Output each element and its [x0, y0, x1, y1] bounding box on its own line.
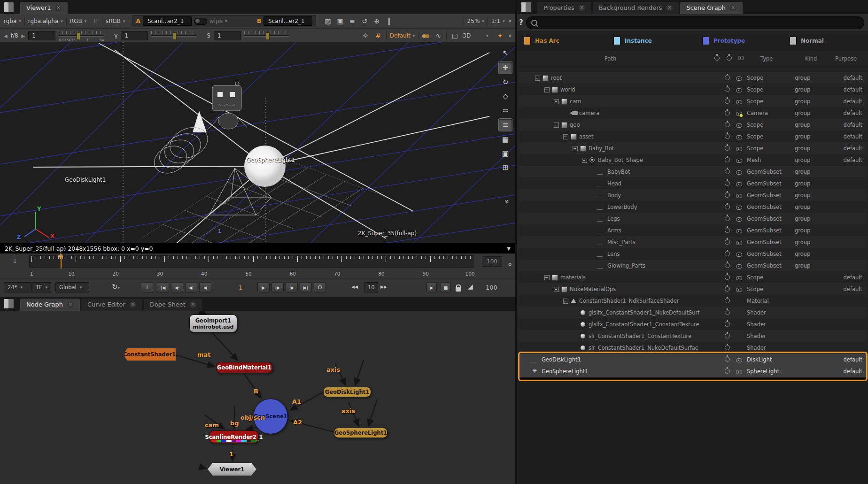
- current-frame-value[interactable]: 1: [239, 284, 242, 291]
- next-keyframe-button[interactable]: ·▶: [286, 282, 298, 292]
- node-graph-canvas[interactable]: GeoImport1minirobot.usdConstantShader1Ge…: [0, 311, 515, 484]
- animation-stopwatch-icon[interactable]: [725, 322, 730, 328]
- status-menu-icon[interactable]: ▼: [507, 246, 511, 251]
- animation-stopwatch-icon[interactable]: [725, 333, 730, 340]
- step-forward-button[interactable]: |▶: [271, 282, 284, 292]
- scale-tool-icon[interactable]: ◇: [499, 90, 512, 102]
- visibility-eye-icon[interactable]: [736, 111, 742, 117]
- expander-icon[interactable]: [573, 146, 578, 151]
- visibility-eye-icon[interactable]: [736, 216, 742, 223]
- goto-start-button[interactable]: |◀: [157, 282, 169, 292]
- column-kind[interactable]: Kind: [805, 55, 817, 62]
- animation-stopwatch-icon[interactable]: [725, 204, 730, 211]
- frame-increment-input[interactable]: 10: [364, 282, 378, 292]
- timeline-ruler[interactable]: 1 1102030405060708090100: [29, 255, 474, 268]
- saturation-input[interactable]: 1: [214, 31, 241, 40]
- table-row-Legs[interactable]: LegsGeomSubsetgroup: [518, 213, 867, 224]
- graph-node-geoimport[interactable]: GeoImport1minirobot.usd: [189, 315, 237, 332]
- visibility-eye-icon[interactable]: [736, 123, 742, 129]
- visibility-eye-icon[interactable]: [736, 181, 742, 188]
- animation-stopwatch-icon[interactable]: [725, 239, 730, 246]
- zoom-level-dropdown[interactable]: 25%▾: [467, 18, 484, 24]
- channel-display-dropdown[interactable]: RGB▾: [70, 18, 86, 24]
- table-row-GeoSphereLight1[interactable]: ✳GeoSphereLight1SphereLightdefault: [518, 365, 867, 377]
- marquee-select-icon[interactable]: ▢: [450, 31, 459, 41]
- timeline-chevron-icon[interactable]: »: [506, 262, 515, 267]
- table-row-ConstantShader1_NdkSurfaceShader[interactable]: ConstantShader1_NdkSurfaceShaderMaterial: [518, 295, 867, 307]
- table-row-NukeMaterialOps[interactable]: NukeMaterialOpsScopedefault: [518, 283, 867, 295]
- close-icon[interactable]: ×: [130, 301, 136, 308]
- search-input[interactable]: [526, 16, 864, 29]
- visibility-eye-icon[interactable]: [736, 158, 742, 164]
- table-row-cam[interactable]: camScopegroupdefault: [518, 95, 867, 107]
- translate-tool-icon[interactable]: ✚: [498, 61, 512, 74]
- lock-range-icon[interactable]: [456, 287, 461, 292]
- table-row-geo[interactable]: geoScopegroupdefault: [518, 119, 867, 131]
- table-row-materials[interactable]: materialsScopedefault: [518, 271, 867, 283]
- wipe-mode-dropdown[interactable]: wipe▾: [209, 18, 255, 24]
- alpha-layer-dropdown[interactable]: rgba.alpha▾: [28, 18, 63, 24]
- animation-stopwatch-icon[interactable]: [725, 87, 730, 93]
- expander-icon[interactable]: [563, 134, 568, 139]
- scene-lighting-icon[interactable]: ☼: [361, 31, 370, 41]
- visibility-eye-icon[interactable]: [736, 146, 742, 153]
- expander-icon[interactable]: [563, 299, 568, 304]
- table-row-Baby_Bot[interactable]: Baby_BotScopegroupdefault: [518, 142, 867, 154]
- select-cursor-icon[interactable]: ↖: [499, 47, 512, 59]
- interaction-mode-dropdown[interactable]: Default▾: [390, 32, 415, 39]
- rotate-tool-icon[interactable]: ↻: [499, 76, 512, 88]
- loop-mode-icon[interactable]: ↻▾: [112, 283, 120, 291]
- tab-node-graph[interactable]: Node Graph ×: [20, 299, 80, 311]
- range-end-box[interactable]: 100: [482, 256, 502, 267]
- animation-stopwatch-icon[interactable]: [725, 275, 730, 281]
- pixel-aspect-dropdown[interactable]: 1:1▾: [491, 18, 505, 24]
- animation-stopwatch-icon[interactable]: [725, 134, 730, 140]
- visibility-eye-icon[interactable]: [736, 169, 742, 176]
- table-row-camera[interactable]: cameraCameragroupdefault: [518, 107, 867, 119]
- wipe-overlay-icon[interactable]: ▣: [335, 16, 345, 26]
- column-purpose[interactable]: Purpose: [835, 55, 857, 62]
- grid-toggle-icon[interactable]: #: [373, 31, 383, 41]
- header-eye-icon[interactable]: [738, 56, 744, 60]
- scanline-stack-icon[interactable]: ≡: [348, 16, 357, 26]
- animation-stopwatch-icon[interactable]: [725, 122, 730, 129]
- animation-stopwatch-icon[interactable]: [725, 369, 730, 375]
- table-row-Glowing_Parts[interactable]: Glowing_PartsGeomSubsetgroup: [518, 260, 867, 271]
- animation-stopwatch-icon[interactable]: [725, 310, 730, 316]
- animation-stopwatch-icon[interactable]: [725, 192, 730, 199]
- close-icon[interactable]: ×: [190, 301, 196, 308]
- expander-icon[interactable]: [554, 99, 559, 104]
- animation-stopwatch-icon[interactable]: [725, 345, 730, 352]
- visibility-eye-icon[interactable]: [736, 87, 742, 94]
- viewer-3d-viewport[interactable]: GeoSphereLight1 GeoDiskLight1 2K_Super_3…: [0, 42, 515, 243]
- jump-forward-button[interactable]: ▶▶: [380, 284, 387, 289]
- display-properties-icon[interactable]: ≡: [498, 118, 512, 131]
- header-stopwatch2-icon[interactable]: [727, 55, 732, 61]
- in-point-button[interactable]: I: [141, 282, 153, 292]
- table-row-Lens[interactable]: LensGeomSubsetgroup: [518, 248, 867, 260]
- visibility-eye-icon[interactable]: [736, 252, 742, 258]
- table-row-GeoDiskLight1[interactable]: GeoDiskLight1DiskLightdefault: [518, 353, 867, 365]
- animation-stopwatch-icon[interactable]: [725, 216, 730, 223]
- graph-node-geospherelight[interactable]: GeoSphereLight1: [334, 428, 388, 438]
- expander-icon[interactable]: [544, 275, 550, 280]
- fstop-prev-icon[interactable]: ◀: [4, 33, 8, 38]
- expander-icon[interactable]: [554, 287, 559, 292]
- tab-scene-graph[interactable]: Scene Graph ×: [680, 2, 743, 14]
- visibility-eye-icon[interactable]: [736, 193, 742, 200]
- input-process-button[interactable]: IP: [93, 18, 99, 24]
- graph-node-scanlinerender[interactable]: ScanlineRender2_1: [209, 430, 258, 443]
- close-icon[interactable]: ×: [67, 301, 74, 308]
- graph-node-viewernode[interactable]: Viewer1: [208, 463, 256, 476]
- prev-keyframe-button[interactable]: ◀·: [171, 282, 183, 292]
- table-row-slr_ConstantShader1_NukeDefaultSurfac[interactable]: slr_ConstantShader1_NukeDefaultSurfacSha…: [518, 342, 867, 353]
- expander-icon[interactable]: [582, 158, 587, 163]
- visibility-eye-icon[interactable]: [736, 287, 742, 293]
- animation-stopwatch-icon[interactable]: [725, 110, 730, 117]
- close-icon[interactable]: ×: [666, 5, 673, 11]
- flipbook-render-button[interactable]: ▶: [426, 282, 437, 292]
- expander-icon[interactable]: [544, 87, 550, 92]
- table-row-world[interactable]: worldScopegroupdefault: [518, 84, 867, 95]
- visibility-eye-icon[interactable]: [736, 205, 742, 211]
- column-type[interactable]: Type: [760, 55, 773, 62]
